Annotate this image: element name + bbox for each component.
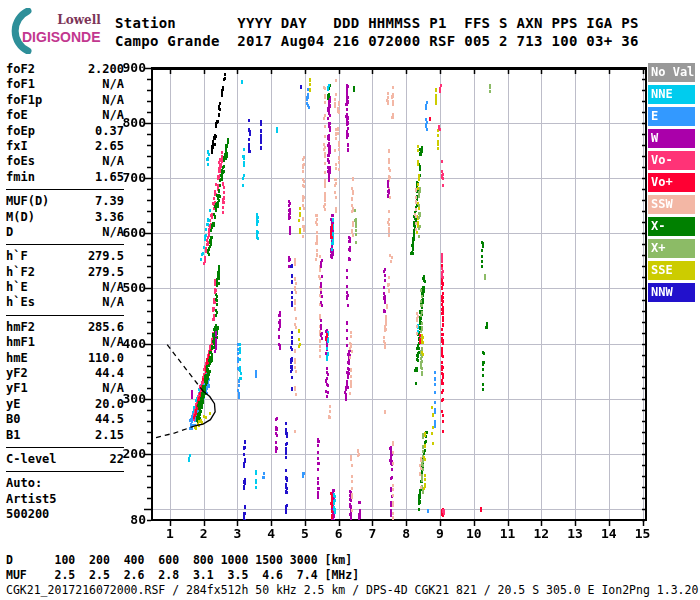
param-label: foF1p: [6, 93, 42, 108]
param-group: foF22.200foF1N/AfoF1pN/AfoEN/AfoEp0.37fx…: [6, 62, 124, 190]
param-row: hmF1N/A: [6, 335, 124, 350]
distance-row: D 100 200 400 600 800 1000 1500 3000 [km…: [6, 553, 352, 567]
param-label: foF2: [6, 62, 35, 77]
param-group: C-level22: [6, 452, 124, 472]
param-label: h`F2: [6, 265, 35, 280]
legend-item: X+: [648, 239, 695, 258]
param-row: 500200: [6, 507, 124, 522]
param-value: 110.0: [88, 351, 124, 366]
param-value: 3.36: [95, 210, 124, 225]
digisonde-logo: Lowell DIGISONDE: [8, 8, 118, 54]
param-row: fxI2.65: [6, 139, 124, 154]
param-row: h`F279.5: [6, 249, 124, 264]
param-row: B044.5: [6, 412, 124, 427]
ionogram-screen: Lowell DIGISONDE Station YYYY DAY DDD HH…: [0, 0, 700, 600]
legend-item: E: [648, 107, 695, 126]
param-value: 285.6: [88, 320, 124, 335]
param-label: h`F: [6, 249, 28, 264]
ionogram-plot: [140, 60, 660, 532]
header-field-names: Station YYYY DAY DDD HHMMSS P1 FFS S AXN…: [115, 15, 639, 31]
x-axis-label: 12: [526, 526, 556, 541]
header-field-values: Campo Grande 2017 Aug04 216 072000 RSF 0…: [115, 33, 639, 49]
param-value: N/A: [102, 295, 124, 310]
param-row: foEp0.37: [6, 124, 124, 139]
param-row: foEN/A: [6, 108, 124, 123]
param-row: M(D)3.36: [6, 210, 124, 225]
legend-item: SSE: [648, 261, 695, 280]
legend-item: Vo-: [648, 151, 695, 170]
y-axis-label: 700: [116, 170, 146, 185]
param-value: 7.39: [95, 194, 124, 209]
file-info-row: CGK21_2017216072000.RSF / 284fx512h 50 k…: [6, 583, 698, 597]
param-label: D: [6, 225, 13, 240]
parameter-panel: foF22.200foF1N/AfoF1pN/AfoEN/AfoEp0.37fx…: [6, 62, 124, 531]
param-label: foE: [6, 108, 28, 123]
y-axis-label: 300: [116, 391, 146, 406]
param-row: yF244.4: [6, 366, 124, 381]
x-axis-label: 7: [357, 526, 387, 541]
param-value: 2.65: [95, 139, 124, 154]
x-axis-label: 13: [560, 526, 590, 541]
legend-item: No Val: [648, 63, 695, 82]
legend-item: NNE: [648, 85, 695, 104]
param-value: 44.5: [95, 412, 124, 427]
x-axis-label: 15: [628, 526, 658, 541]
logo-lowell-text: Lowell: [44, 13, 114, 27]
param-group: MUF(D)7.39M(D)3.36DN/A: [6, 194, 124, 245]
param-row: foEsN/A: [6, 154, 124, 169]
y-axis-label: 500: [116, 280, 146, 295]
param-label: h`Es: [6, 295, 35, 310]
param-label: foEs: [6, 154, 35, 169]
y-axis-label: 900: [116, 60, 146, 75]
param-row: C-level22: [6, 452, 124, 467]
param-value: 279.5: [88, 265, 124, 280]
param-label: yF2: [6, 366, 28, 381]
param-label: B0: [6, 412, 20, 427]
x-axis-label: 11: [493, 526, 523, 541]
x-axis-label: 10: [459, 526, 489, 541]
logo-digisonde-text: DIGISONDE: [22, 29, 122, 45]
param-label: MUF(D): [6, 194, 49, 209]
param-label: C-level: [6, 452, 57, 467]
x-axis-label: 9: [425, 526, 455, 541]
param-row: h`F2279.5: [6, 265, 124, 280]
x-axis-label: 4: [256, 526, 286, 541]
x-axis-label: 5: [290, 526, 320, 541]
param-label: Artist5: [6, 492, 57, 507]
y-axis-label: 800: [116, 115, 146, 130]
param-row: DN/A: [6, 225, 124, 240]
param-label: yF1: [6, 381, 28, 396]
y-axis-label: 80: [116, 512, 146, 527]
param-value: N/A: [102, 154, 124, 169]
y-axis-label: 600: [116, 225, 146, 240]
legend-item: W: [648, 129, 695, 148]
x-axis-label: 6: [324, 526, 354, 541]
param-row: h`EsN/A: [6, 295, 124, 310]
param-label: h`E: [6, 280, 28, 295]
param-value: N/A: [102, 77, 124, 92]
param-label: hmE: [6, 351, 28, 366]
param-label: yE: [6, 397, 20, 412]
param-group: hmF2285.6hmF1N/AhmE110.0yF244.4yF1N/AyE2…: [6, 320, 124, 448]
param-value: 44.4: [95, 366, 124, 381]
param-label: hmF2: [6, 320, 35, 335]
param-row: Auto:: [6, 476, 124, 491]
param-row: MUF(D)7.39: [6, 194, 124, 209]
param-row: foF1N/A: [6, 77, 124, 92]
y-axis-label: 400: [116, 336, 146, 351]
param-row: Artist5: [6, 492, 124, 507]
legend-item: NNW: [648, 283, 695, 302]
param-value: 2.15: [95, 428, 124, 443]
param-row: fmin1.65: [6, 170, 124, 185]
param-row: B12.15: [6, 428, 124, 443]
param-group: h`F279.5h`F2279.5h`EN/Ah`EsN/A: [6, 249, 124, 316]
param-value: N/A: [102, 93, 124, 108]
param-label: fxI: [6, 139, 28, 154]
param-row: foF1pN/A: [6, 93, 124, 108]
param-row: hmF2285.6: [6, 320, 124, 335]
legend-item: X-: [648, 217, 695, 236]
param-row: hmE110.0: [6, 351, 124, 366]
param-row: yF1N/A: [6, 381, 124, 396]
param-row: h`EN/A: [6, 280, 124, 295]
x-axis-label: 1: [155, 526, 185, 541]
